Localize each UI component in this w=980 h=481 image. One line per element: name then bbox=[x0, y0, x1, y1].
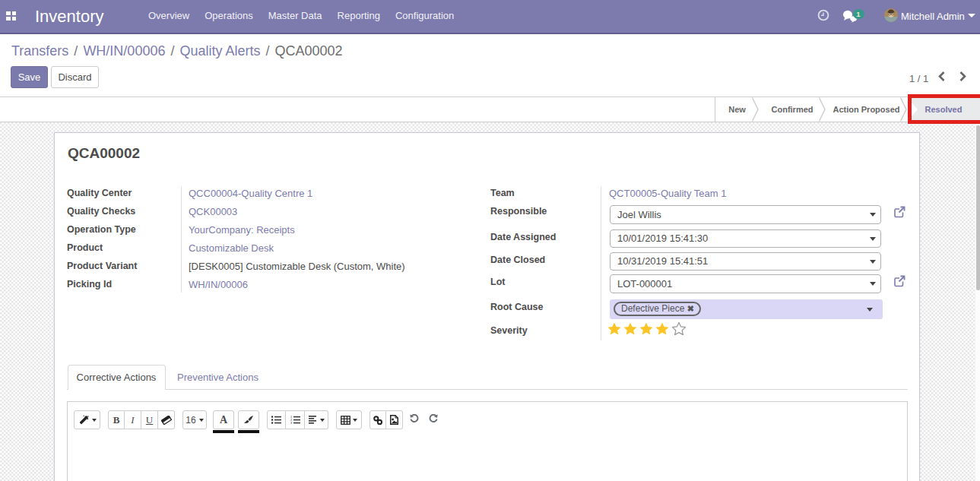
svg-text:3: 3 bbox=[290, 421, 293, 424]
